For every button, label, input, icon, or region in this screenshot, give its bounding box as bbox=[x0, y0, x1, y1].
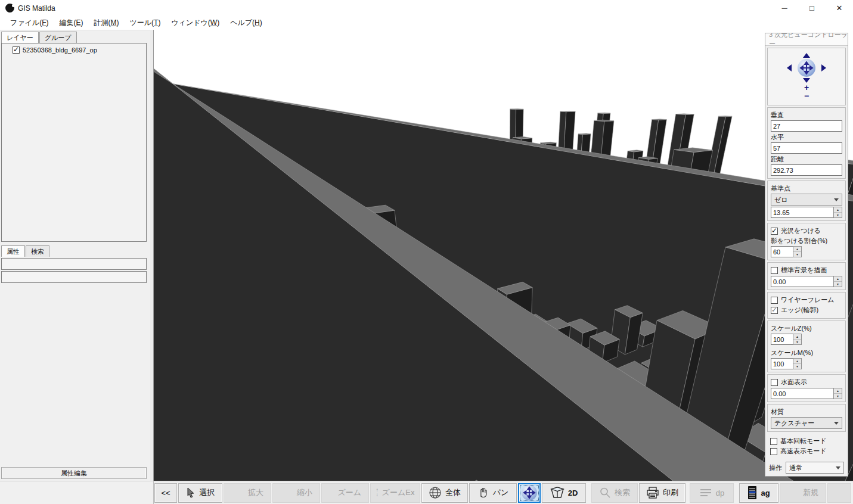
minimize-button[interactable]: ─ bbox=[771, 0, 798, 16]
zoom-in-button[interactable]: 拡大 bbox=[224, 483, 271, 503]
tab-layers[interactable]: レイヤー bbox=[1, 32, 39, 43]
zoom-ex-button[interactable]: ↑↓ ズームEx bbox=[370, 483, 420, 503]
collapse-panel-button[interactable]: << bbox=[154, 483, 177, 503]
attribute-field-1[interactable] bbox=[1, 258, 147, 270]
attribute-empty-area bbox=[0, 283, 150, 465]
material-select[interactable]: テクスチャー bbox=[771, 417, 842, 429]
maximize-button[interactable]: □ bbox=[798, 0, 826, 16]
attribute-edit-button[interactable]: 属性編集 bbox=[1, 467, 147, 479]
menu-measure[interactable]: 計測(M) bbox=[88, 16, 124, 30]
distance-label: 距離 bbox=[771, 155, 842, 164]
list-lines-icon bbox=[699, 488, 712, 497]
vertical-input[interactable]: 27 bbox=[771, 120, 842, 132]
dp-button[interactable]: dp bbox=[690, 483, 734, 503]
edge-label: エッジ(輪郭) bbox=[781, 306, 818, 315]
camera-angle-group: 垂直 27 水平 57 距離 292.73 bbox=[767, 107, 846, 179]
tab-groups[interactable]: グループ bbox=[39, 32, 77, 43]
reference-select[interactable]: ゼロ bbox=[771, 194, 842, 206]
view-controller-panel: 3 次元ビューコントローラー + − 垂直 27 水平 57 bbox=[765, 33, 848, 477]
nav-down-icon[interactable] bbox=[803, 78, 810, 83]
scale-m-label: スケールM(%) bbox=[771, 349, 842, 357]
water-group: 水面表示 0.00 ▲▼ bbox=[767, 374, 846, 402]
scale-z-spinner[interactable]: ▲▼ bbox=[793, 334, 802, 345]
new-button[interactable]: 新規 bbox=[780, 483, 826, 503]
nav-up-icon[interactable] bbox=[803, 53, 810, 58]
close-button[interactable]: ✕ bbox=[826, 0, 853, 16]
basic-rotation-checkbox[interactable] bbox=[770, 438, 777, 445]
nav-zoom-in-button[interactable]: + bbox=[804, 84, 809, 91]
basic-rotation-label: 基本回転モード bbox=[780, 437, 827, 446]
horizontal-input[interactable]: 57 bbox=[771, 142, 842, 154]
operation-select[interactable]: 通常 bbox=[786, 462, 844, 474]
nav-sphere-icon[interactable] bbox=[798, 59, 815, 77]
gloss-label: 光沢をつける bbox=[781, 226, 821, 235]
material-label: 材質 bbox=[771, 407, 842, 416]
reference-height-input[interactable]: 13.65 bbox=[771, 207, 833, 218]
view-controller-title: 3 次元ビューコントローラー bbox=[765, 33, 848, 46]
tab-search[interactable]: 検索 bbox=[26, 245, 49, 257]
water-spinner[interactable]: ▲▼ bbox=[833, 388, 842, 399]
fast-display-label: 高速表示モード bbox=[780, 447, 827, 456]
menu-edit[interactable]: 編集(E) bbox=[54, 16, 88, 30]
search-icon bbox=[599, 487, 611, 499]
zoom-button[interactable]: ズーム bbox=[321, 483, 369, 503]
menu-help[interactable]: ヘルプ(H) bbox=[225, 16, 268, 30]
layer-list[interactable]: 52350368_bldg_6697_op bbox=[1, 43, 147, 242]
bottom-toolbar: << 選択 拡大 縮小 ズーム ↑↓ ズームEx 全体 パン 2D 検索 印刷 … bbox=[0, 481, 853, 504]
move-3d-tool-button[interactable] bbox=[518, 483, 541, 503]
std-background-spinner[interactable]: ▲▼ bbox=[833, 276, 842, 287]
shade-input[interactable]: 60 bbox=[771, 246, 793, 257]
select-tool-button[interactable]: 選択 bbox=[178, 483, 222, 503]
pan-tool-button[interactable]: パン bbox=[469, 483, 517, 503]
viewport-3d: 3 次元ビューコントローラー + − 垂直 27 水平 57 bbox=[154, 30, 853, 481]
wireframe-checkbox[interactable] bbox=[771, 297, 778, 304]
gloss-checkbox[interactable] bbox=[771, 228, 778, 235]
menu-file[interactable]: ファイル(F) bbox=[5, 16, 54, 30]
chevron-down-icon bbox=[834, 422, 839, 425]
water-checkbox[interactable] bbox=[771, 379, 778, 386]
menu-bar: ファイル(F) 編集(E) 計測(M) ツール(T) ウィンドウ(W) ヘルプ(… bbox=[0, 16, 853, 30]
layer-item[interactable]: 52350368_bldg_6697_op bbox=[3, 45, 145, 55]
edge-checkbox[interactable] bbox=[771, 307, 778, 314]
menu-tools[interactable]: ツール(T) bbox=[124, 16, 166, 30]
layer-panel: レイヤー グループ 52350368_bldg_6697_op 属性 検索 属性… bbox=[0, 30, 150, 481]
horizontal-label: 水平 bbox=[771, 133, 842, 142]
nav-zoom-out-button[interactable]: − bbox=[804, 92, 809, 99]
wireframe-group: ワイヤーフレーム エッジ(輪郭) bbox=[767, 292, 846, 319]
operation-label: 操作 bbox=[769, 463, 782, 472]
tab-attributes[interactable]: 属性 bbox=[1, 245, 25, 257]
std-background-label: 標準背景を描画 bbox=[781, 266, 827, 275]
zoom-out-button[interactable]: 縮小 bbox=[272, 483, 320, 503]
shade-spinner[interactable]: ▲▼ bbox=[793, 246, 802, 257]
print-button[interactable]: 印刷 bbox=[639, 483, 685, 503]
water-label: 水面表示 bbox=[781, 378, 807, 387]
nav-left-icon[interactable] bbox=[787, 64, 792, 71]
full-extent-button[interactable]: 全体 bbox=[421, 483, 468, 503]
reference-label: 基準点 bbox=[771, 184, 842, 193]
scale-z-input[interactable]: 100 bbox=[771, 334, 793, 345]
server-icon bbox=[747, 486, 757, 500]
search-tool-button[interactable]: 検索 bbox=[591, 483, 638, 503]
chevron-down-icon bbox=[836, 466, 840, 469]
background-group: 標準背景を描画 0.00 ▲▼ bbox=[767, 262, 846, 290]
vertical-label: 垂直 bbox=[771, 111, 842, 120]
toolbar-left-spacer bbox=[0, 481, 154, 504]
distance-input[interactable]: 292.73 bbox=[771, 164, 842, 176]
toolbar-empty-button[interactable] bbox=[827, 483, 851, 503]
ag-button[interactable]: ag bbox=[739, 483, 778, 503]
nav-controller: + − bbox=[767, 48, 846, 105]
std-background-input[interactable]: 0.00 bbox=[771, 276, 833, 287]
nav-right-icon[interactable] bbox=[821, 64, 826, 71]
view-2d-button[interactable]: 2D bbox=[542, 483, 586, 503]
scale-m-spinner[interactable]: ▲▼ bbox=[793, 358, 802, 369]
window-title: GIS Matilda bbox=[18, 4, 55, 13]
fast-display-checkbox[interactable] bbox=[770, 448, 777, 455]
scale-m-input[interactable]: 100 bbox=[771, 358, 793, 369]
attribute-field-2[interactable] bbox=[1, 271, 147, 283]
layer-checkbox[interactable] bbox=[13, 46, 20, 54]
reference-height-spinner[interactable]: ▲▼ bbox=[833, 207, 842, 218]
std-background-checkbox[interactable] bbox=[771, 267, 778, 274]
menu-window[interactable]: ウィンドウ(W) bbox=[166, 16, 225, 30]
viewport-3d-canvas[interactable] bbox=[154, 30, 853, 481]
water-input[interactable]: 0.00 bbox=[771, 388, 833, 399]
